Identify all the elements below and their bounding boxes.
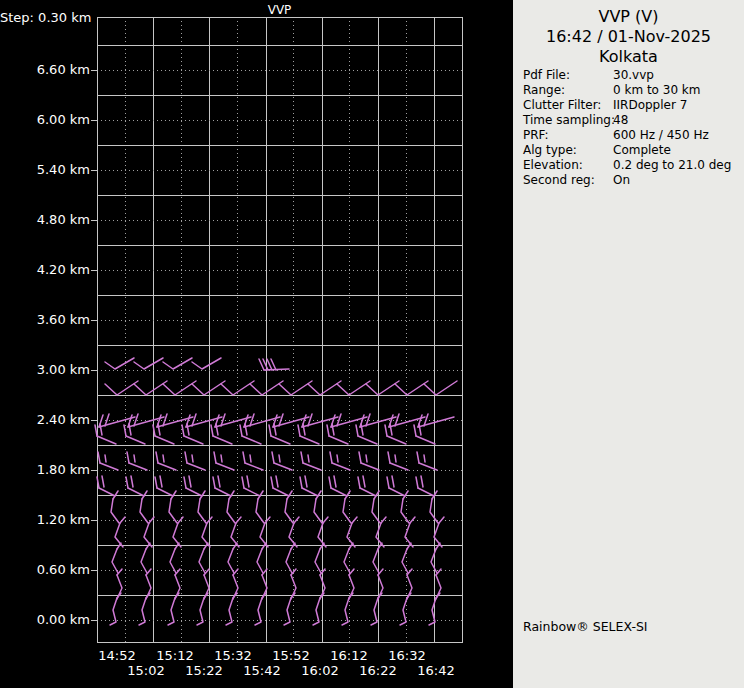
wind-barb — [216, 463, 234, 470]
wind-barb — [115, 523, 123, 547]
param-label: Elevation: — [523, 158, 613, 173]
wind-barb — [289, 523, 297, 547]
wind-barb — [120, 517, 125, 523]
wind-barb — [314, 499, 322, 523]
wind-barb — [272, 452, 274, 463]
wind-barb — [308, 381, 341, 395]
wind-barb — [134, 455, 135, 462]
wind-barb — [192, 358, 221, 369]
wind-barb — [303, 463, 321, 470]
wind-barb — [315, 549, 321, 573]
wind-barb — [327, 425, 329, 436]
param-label: PRF: — [523, 128, 613, 143]
wind-barb — [329, 477, 331, 488]
wind-barb — [332, 463, 350, 470]
param-label: Pdf File: — [523, 68, 613, 83]
wind-barb — [156, 452, 158, 463]
wind-barb — [395, 455, 396, 462]
wind-barb — [392, 476, 394, 487]
wind-barb — [359, 452, 361, 463]
wind-barb — [231, 523, 239, 547]
wind-barb — [242, 436, 261, 444]
param-list: Pdf File:30.vvpRange:0 km to 30 kmClutte… — [523, 68, 731, 188]
wind-barb — [376, 523, 384, 547]
wind-barb — [416, 436, 435, 444]
wind-barb — [131, 476, 133, 487]
param-label: Clutter Filter: — [523, 98, 613, 113]
param-row: Alg type:Complete — [523, 143, 731, 158]
param-value: IIRDoppler 7 — [613, 98, 687, 113]
wind-barb — [276, 476, 278, 487]
wind-barb — [228, 549, 234, 573]
panel-site: Kolkata — [513, 47, 744, 67]
wind-barb — [250, 455, 251, 462]
wind-barb — [342, 598, 349, 625]
wind-barb — [356, 425, 358, 436]
wind-barb — [127, 452, 129, 463]
wind-barb — [271, 477, 273, 488]
wind-barb — [286, 549, 292, 573]
wind-barb — [337, 455, 338, 462]
wind-barb — [221, 381, 254, 395]
panel-datetime: 16:42 / 01-Nov-2025 — [513, 27, 744, 47]
wind-barb — [301, 452, 303, 463]
brand-label: Rainbow® SELEX-SI — [523, 619, 648, 634]
wind-barb — [134, 381, 167, 395]
wind-barb — [111, 499, 119, 523]
wind-barb — [175, 543, 179, 549]
wind-barb — [343, 499, 351, 523]
param-value: 0.2 deg to 21.0 deg — [613, 158, 731, 173]
wind-barb — [184, 477, 186, 488]
wind-barb — [279, 381, 312, 395]
wind-barb — [414, 425, 416, 436]
wind-barb — [285, 499, 293, 523]
wind-barb — [274, 463, 292, 470]
wind-barb — [182, 425, 184, 436]
wind-barb — [110, 598, 117, 625]
param-value: Complete — [613, 143, 671, 158]
wind-barb — [163, 381, 196, 395]
wind-barb — [416, 477, 418, 488]
wind-barb — [349, 543, 353, 549]
wind-barb — [378, 543, 382, 549]
wind-barb — [361, 463, 379, 470]
wind-barb — [100, 463, 118, 470]
wind-barb — [260, 523, 268, 547]
wind-barb — [247, 476, 249, 487]
param-row: Range:0 km to 30 km — [523, 83, 731, 98]
wind-barb — [97, 436, 116, 444]
wind-barb — [105, 381, 138, 395]
wind-barb — [213, 477, 215, 488]
wind-barb — [198, 499, 206, 523]
wind-barb — [401, 499, 409, 523]
wind-barb — [402, 549, 408, 573]
param-label: Second reg: — [523, 173, 613, 188]
wind-barb — [227, 499, 235, 523]
wind-barb — [371, 598, 378, 625]
wind-barb — [218, 476, 220, 487]
wind-barb — [117, 543, 121, 549]
wind-barb — [330, 452, 332, 463]
wind-barb — [305, 476, 307, 487]
wind-barb — [126, 477, 128, 488]
wind-barb — [405, 523, 413, 547]
wind-barb — [226, 598, 233, 625]
wind-barb — [308, 455, 309, 462]
wind-barb — [158, 463, 176, 470]
wind-barb — [255, 598, 262, 625]
param-value: On — [613, 173, 630, 188]
wind-barb — [105, 358, 134, 369]
param-label: Alg type: — [523, 143, 613, 158]
wind-barb — [300, 436, 319, 444]
wind-barb-plot — [0, 0, 513, 688]
wind-barb — [291, 543, 295, 549]
wind-barb — [184, 436, 203, 444]
wind-barb — [243, 452, 245, 463]
wind-barb — [323, 517, 328, 523]
wind-barb — [329, 436, 348, 444]
wind-barb — [141, 549, 147, 573]
wind-barb — [424, 381, 457, 395]
param-value: 0 km to 30 km — [613, 83, 701, 98]
wind-barb — [124, 425, 126, 436]
wind-barb — [429, 598, 436, 625]
